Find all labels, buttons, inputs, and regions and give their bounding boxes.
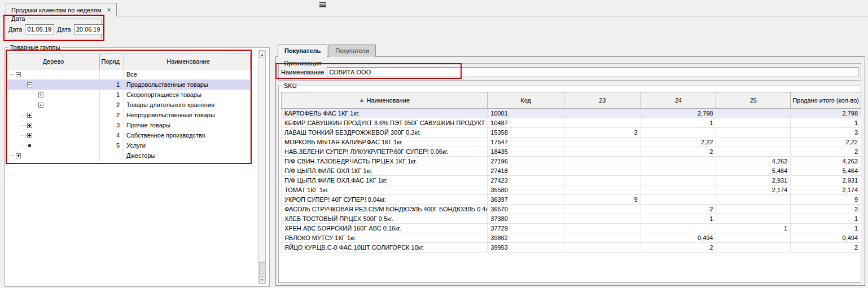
sku-week24-cell	[641, 166, 717, 175]
tree-row[interactable]: 2Товары длительного хранения	[7, 100, 250, 110]
tree-connector-line	[10, 74, 15, 75]
date-from-input[interactable]	[25, 24, 54, 34]
tree-row[interactable]: Джесторы	[7, 150, 250, 161]
expand-icon[interactable]	[16, 153, 21, 158]
menu-icon[interactable]	[319, 2, 326, 7]
sku-total-cell: 2	[791, 205, 861, 214]
sku-row[interactable]: П/Ф ЦЫПЛ.ФИЛЕ ОХЛ 1КГ 1кг.274185,4645,46…	[282, 166, 861, 176]
collapse-icon[interactable]	[16, 72, 21, 77]
sku-row[interactable]: ХЛЕБ ТОСТОВЫЙ ПР.ЦЕХ 500Г 0.5кг.3738011	[282, 214, 861, 224]
tree-connector-line	[33, 105, 38, 105]
sku-code-cell: 10487	[488, 118, 564, 127]
scrollbar-thumb[interactable]	[259, 262, 265, 274]
sku-name-cell: ХЛЕБ ТОСТОВЫЙ ПР.ЦЕХ 500Г 0.5кг.	[282, 214, 488, 223]
tree-name-cell: Непродовольственные товары	[124, 110, 250, 120]
tree-indent	[7, 85, 21, 85]
sku-row[interactable]: ЛАВАШ ТОНКИЙ БЕЗДРОЖЖЕВОЙ 300Г 0.3кг.153…	[282, 128, 861, 138]
sku-week23-cell	[564, 243, 641, 252]
expand-icon[interactable]	[27, 133, 32, 138]
product-tree-table: Дерево Поряд Наименование Все1Продовольс…	[7, 54, 251, 161]
sku-name-cell: ЛАВАШ ТОНКИЙ БЕЗДРОЖЖЕВОЙ 300Г 0.3кг.	[282, 128, 488, 137]
organization-name-input[interactable]	[327, 67, 858, 77]
sku-name-cell: ФАСОЛЬ СТРУЧКОВАЯ РЕЗ.СВ/М БОНДЮЭЛЬ 400Г…	[282, 205, 488, 214]
date-from-label: Дата	[8, 26, 22, 33]
scroll-up-icon[interactable]: ▲	[259, 51, 265, 58]
tree-row[interactable]: 3Прочие товары	[7, 120, 250, 130]
sku-name-cell: ЯЙЦО КУР.ЦВ.С-0 ФАС.10ШТ СОЛИГОРСК 10кг.	[282, 243, 488, 252]
tree-order-cell: 4	[100, 130, 124, 140]
tab-buyers[interactable]: Покупатели	[328, 45, 376, 57]
sku-row[interactable]: ЯЙЦО КУР.ЦВ.С-0 ФАС.10ШТ СОЛИГОРСК 10кг.…	[282, 243, 861, 252]
sku-row[interactable]: П/Ф ЦЫПЛ.ФИЛЕ ОХЛ.ФАС 1КГ 1кг.274232,931…	[282, 176, 861, 185]
tree-cell	[7, 69, 100, 79]
collapse-icon[interactable]	[27, 82, 32, 87]
sku-code-cell: 37380	[488, 214, 564, 223]
organization-name-label: Наименование	[281, 69, 324, 76]
sku-week23-cell	[564, 147, 641, 156]
expand-icon[interactable]	[38, 103, 43, 108]
sku-total-cell: 2,22	[791, 138, 861, 147]
expand-icon[interactable]	[38, 92, 43, 98]
sku-name-header-label: Наименование	[367, 97, 410, 104]
sku-row[interactable]: КЕФИР САВУШКИН ПРОДУКТ 3.6% ПЭТ 950Г САВ…	[282, 118, 861, 128]
expand-icon[interactable]	[27, 113, 32, 118]
sku-week23-cell	[564, 118, 641, 127]
sku-week23-cell	[564, 214, 641, 223]
sku-week25-cell: 1	[716, 224, 791, 233]
tab-sales-by-week[interactable]: Продажи клиентам по неделям ×	[6, 3, 117, 16]
sku-row[interactable]: ХРЕН АВС БОЯРСКИЙ 160Г АВС 0.16кг.377291…	[282, 224, 861, 233]
column-header-order[interactable]: Поряд	[100, 54, 124, 69]
tree-order-cell: 5	[100, 140, 124, 150]
tab-buyer[interactable]: Покупатель	[278, 45, 327, 57]
sku-code-cell: 17547	[488, 138, 564, 147]
tree-row[interactable]: Все	[7, 69, 250, 79]
tree-indent	[7, 135, 21, 136]
tree-connector-line	[21, 125, 27, 126]
tree-name-cell: Товары длительного хранения	[124, 100, 250, 110]
tree-cell	[7, 79, 100, 90]
sku-week23-cell	[564, 224, 641, 233]
tree-row[interactable]: 4Собственное производство	[7, 130, 250, 140]
tree-row[interactable]: 1Продовольственные товары	[7, 79, 250, 90]
tab-close-icon[interactable]: ×	[107, 7, 111, 13]
sku-row[interactable]: ТОМАТ 1КГ 1кг.355802,1742,174	[282, 185, 861, 195]
sku-row[interactable]: УКРОП СУПЕР! 40Г СУПЕР! 0.04кг.3639799	[282, 195, 861, 205]
column-header-tree[interactable]: Дерево	[7, 54, 100, 69]
tree-indent	[7, 95, 33, 95]
column-header-total[interactable]: Продано итого (кол-во)	[791, 92, 861, 108]
sku-week24-cell: 2	[641, 205, 717, 214]
sku-week24-cell: 2,798	[641, 109, 717, 118]
product-groups-panel: Товарные группы Дерево Поряд Наименовани…	[5, 47, 270, 287]
column-header-sku-name[interactable]: Наименование	[282, 92, 488, 108]
tree-cell	[7, 90, 100, 100]
sku-week25-cell	[716, 205, 791, 214]
date-to-input[interactable]	[74, 24, 103, 34]
sku-row[interactable]: П/Ф СВИН.ТАЗОБЕДР.ЧАСТЬ ПР.ЦЕХ 1КГ 1кг.2…	[282, 157, 861, 166]
sku-week23-cell	[564, 185, 641, 194]
sku-row[interactable]: НАБ.ЗЕЛЕНИ СУПЕР! ЛУК/УКР/ПЕТР.60Г СУПЕР…	[282, 147, 861, 157]
scroll-down-icon[interactable]: ▼	[259, 276, 265, 283]
sku-week24-cell	[641, 176, 717, 185]
column-header-week23[interactable]: 23	[564, 92, 641, 108]
sku-week23-cell: 9	[564, 195, 641, 204]
sku-total-cell: 9	[791, 195, 861, 204]
tree-order-cell: 1	[100, 90, 124, 100]
sku-name-cell: КАРТОФЕЛЬ ФАС 1КГ 1кг.	[282, 109, 488, 118]
sku-row[interactable]: КАРТОФЕЛЬ ФАС 1КГ 1кг.100012,7982,798	[282, 109, 861, 118]
sku-name-cell: КЕФИР САВУШКИН ПРОДУКТ 3.6% ПЭТ 950Г САВ…	[282, 118, 488, 127]
column-header-week25[interactable]: 25	[716, 92, 791, 108]
sku-row[interactable]: МОРКОВЬ МЫТАЯ КАЛИБР.ФАС 1КГ 1кг.175472,…	[282, 138, 861, 147]
sku-row[interactable]: ФАСОЛЬ СТРУЧКОВАЯ РЕЗ.СВ/М БОНДЮЭЛЬ 400Г…	[282, 205, 861, 214]
tree-vertical-scrollbar[interactable]: ▲ ▼	[258, 50, 266, 284]
sku-row[interactable]: ЯБЛОКО МУТСУ 1КГ 1кг.398620,4940,494	[282, 233, 861, 243]
tree-row[interactable]: 2Непродовольственные товары	[7, 110, 250, 120]
tree-row[interactable]: 5Услуги	[7, 140, 250, 150]
sku-code-cell: 18435	[488, 147, 564, 156]
expand-icon[interactable]	[27, 123, 32, 128]
sku-total-cell: 2	[791, 243, 861, 252]
column-header-code[interactable]: Код	[488, 92, 564, 108]
tree-row[interactable]: 1Скоропортящиеся товары	[7, 90, 250, 100]
column-header-name[interactable]: Наименование	[124, 54, 250, 69]
column-header-week24[interactable]: 24	[641, 92, 717, 108]
sku-week25-cell: 4,262	[716, 157, 791, 166]
